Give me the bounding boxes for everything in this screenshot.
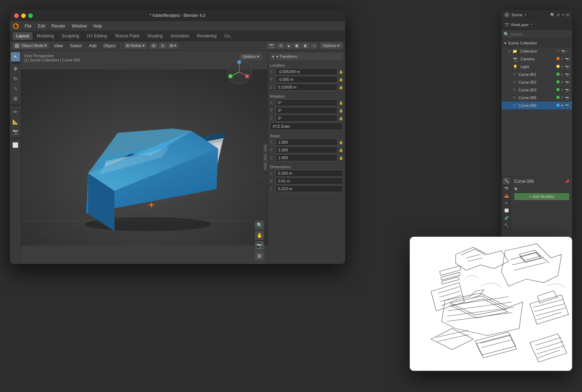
lock-y-loc[interactable]: 🔒 xyxy=(339,78,343,82)
prop-tab-view[interactable]: 👁 xyxy=(503,200,510,206)
lock-z-scale[interactable]: 🔒 xyxy=(339,156,343,160)
options-button[interactable]: Options ▾ xyxy=(320,43,342,49)
lock-x-scale[interactable]: 🔒 xyxy=(339,140,343,144)
prop-tab-output[interactable]: 📤 xyxy=(503,192,510,199)
shading-btn-wire[interactable]: ○ xyxy=(311,43,317,49)
tab-texture-paint[interactable]: Texture Paint xyxy=(111,32,143,40)
cam-vis[interactable]: 👁 xyxy=(560,57,564,61)
viewport-3d[interactable]: User Perspective (1) Scene Collection | … xyxy=(21,51,268,264)
grid-btn[interactable]: ⊞ xyxy=(255,251,264,260)
settings-icon[interactable]: ⚙ xyxy=(557,13,560,17)
rotation-x-field[interactable]: 0° xyxy=(276,99,337,106)
c003-render[interactable]: 📷 xyxy=(565,88,569,92)
dim-y-field[interactable]: 0.01 m xyxy=(276,177,343,185)
tab-modeling[interactable]: Modeling xyxy=(33,32,58,40)
tab-uv-editing[interactable]: UV Editing xyxy=(83,32,110,40)
rotation-z-field[interactable]: 0° xyxy=(276,115,337,122)
lock-y-scale[interactable]: 🔒 xyxy=(339,148,343,152)
light-vis[interactable]: 👁 xyxy=(560,65,564,69)
filter-icon[interactable]: 🔍 xyxy=(550,13,555,17)
location-z-field[interactable]: 0.10508 m xyxy=(276,84,337,91)
scale-z-field[interactable]: 1.000 xyxy=(276,154,337,161)
pin-icon[interactable]: 📌 xyxy=(565,180,569,183)
ol-curve001[interactable]: ▽ Curve.001 👁 📷 xyxy=(502,71,572,78)
object-menu[interactable]: Object xyxy=(101,43,118,49)
c006-vis[interactable]: 👁 xyxy=(560,104,564,108)
sc-expand-icon[interactable]: ▾ xyxy=(504,41,506,46)
location-x-field[interactable]: -0.005309 m xyxy=(276,68,337,75)
close-button[interactable] xyxy=(14,13,19,18)
lock-z-rot[interactable]: 🔒 xyxy=(339,116,343,120)
add-menu[interactable]: Add xyxy=(87,43,98,49)
tool-move[interactable]: ✥ xyxy=(11,64,20,73)
prop-tab-object[interactable]: ⬜ xyxy=(503,207,510,214)
tool-annotate[interactable]: ✏ xyxy=(11,107,20,116)
prop-tab-modifier[interactable]: 🔨 xyxy=(503,222,510,229)
c001-render[interactable]: 📷 xyxy=(565,73,569,77)
shading-btn-solid[interactable]: ● xyxy=(286,43,292,49)
prop-tab-constraint[interactable]: 🔗 xyxy=(503,215,510,221)
ol-curve006[interactable]: ▽ Curve.006 👁 📷 xyxy=(502,102,572,109)
maximize-button[interactable] xyxy=(28,13,33,18)
c006-render[interactable]: 📷 xyxy=(565,104,569,108)
col-vis-icon[interactable]: 👁 xyxy=(557,49,560,53)
zoom-in-btn[interactable]: 🔍 xyxy=(255,221,264,230)
c005-vis[interactable]: 👁 xyxy=(560,96,564,100)
tab-shading[interactable]: Shading xyxy=(144,32,166,40)
expand-panel-icon[interactable]: ⊞ xyxy=(566,13,569,17)
dim-z-field[interactable]: 0.223 m xyxy=(276,185,343,192)
dim-x-field[interactable]: 0.265 m xyxy=(276,170,343,177)
ol-light[interactable]: 💡 Light 👁 📷 xyxy=(502,63,572,71)
tab-sculpting[interactable]: Sculpting xyxy=(58,32,83,40)
menu-window[interactable]: Window xyxy=(69,23,90,29)
rotation-y-field[interactable]: 0° xyxy=(276,107,337,114)
shading-btn-render[interactable]: ◐ xyxy=(302,43,310,49)
ol-curve003[interactable]: ▽ Curve.003 👁 📷 xyxy=(502,86,572,94)
add-modifier-button[interactable]: + Add Modifier xyxy=(514,193,569,200)
mode-selector[interactable]: Object Mode ▾ xyxy=(13,43,49,49)
minimize-button[interactable] xyxy=(21,13,26,18)
c005-render[interactable]: 📷 xyxy=(565,96,569,100)
col-exclude-icon[interactable]: ✓ xyxy=(566,49,569,53)
tab-layout[interactable]: Layout xyxy=(13,32,32,40)
lock-x-rot[interactable]: 🔒 xyxy=(339,101,343,105)
light-render[interactable]: 📷 xyxy=(565,65,569,69)
scene-dropdown[interactable]: ▾ xyxy=(524,13,527,17)
select-menu[interactable]: Select xyxy=(68,43,84,49)
shading-btn-mat[interactable]: ◉ xyxy=(293,43,301,49)
transform-global[interactable]: ⊞ Global ▾ xyxy=(124,43,147,49)
search-input[interactable] xyxy=(510,32,570,36)
tab-animation[interactable]: Animation xyxy=(167,32,193,40)
tool-measure[interactable]: 📐 xyxy=(11,117,20,126)
overlay-btn[interactable]: ⊙ xyxy=(277,43,284,49)
col-render-icon[interactable]: 📷 xyxy=(561,49,565,53)
menu-file[interactable]: File xyxy=(22,23,34,29)
side-tab-item[interactable]: Item xyxy=(263,144,268,153)
menu-render[interactable]: Render xyxy=(49,23,68,29)
transform-btn[interactable]: ⊞ ▾ xyxy=(168,43,178,49)
view-menu[interactable]: View xyxy=(52,43,65,49)
prop-tab-render[interactable]: 📷 xyxy=(503,185,510,192)
tool-rotate[interactable]: ↻ xyxy=(11,74,20,83)
camera-view-btn[interactable]: 📷 xyxy=(255,241,264,250)
close-panel-icon[interactable]: ✕ xyxy=(562,13,565,17)
snap-btn[interactable]: ⦿ xyxy=(150,43,158,49)
lock-y-rot[interactable]: 🔒 xyxy=(339,109,343,113)
c002-render[interactable]: 📷 xyxy=(565,80,569,84)
scale-y-field[interactable]: 1.000 xyxy=(276,146,337,153)
rotation-mode-dropdown[interactable]: XYZ Euler xyxy=(270,122,343,130)
viewlayer-dropdown[interactable]: ▾ xyxy=(531,22,533,27)
tool-transform[interactable]: ⊞ xyxy=(11,94,20,103)
tool-camera[interactable]: 📷 xyxy=(11,127,20,136)
ol-camera[interactable]: 📷 Camera 👁 📷 xyxy=(502,55,572,63)
side-tab-tool[interactable]: Tool xyxy=(263,153,268,162)
lock-x-loc[interactable]: 🔒 xyxy=(339,70,343,74)
proportional-btn[interactable]: ◎ xyxy=(159,43,167,49)
tool-cursor[interactable]: ↖ xyxy=(11,52,20,61)
navigation-gizmo[interactable]: Z X Y xyxy=(225,58,253,88)
tab-rendering[interactable]: Rendering xyxy=(193,32,220,40)
cam-render[interactable]: 📷 xyxy=(565,57,569,61)
tool-scale[interactable]: ⤡ xyxy=(11,84,20,93)
menu-help[interactable]: Help xyxy=(90,23,105,29)
lock-z-loc[interactable]: 🔒 xyxy=(339,85,343,89)
